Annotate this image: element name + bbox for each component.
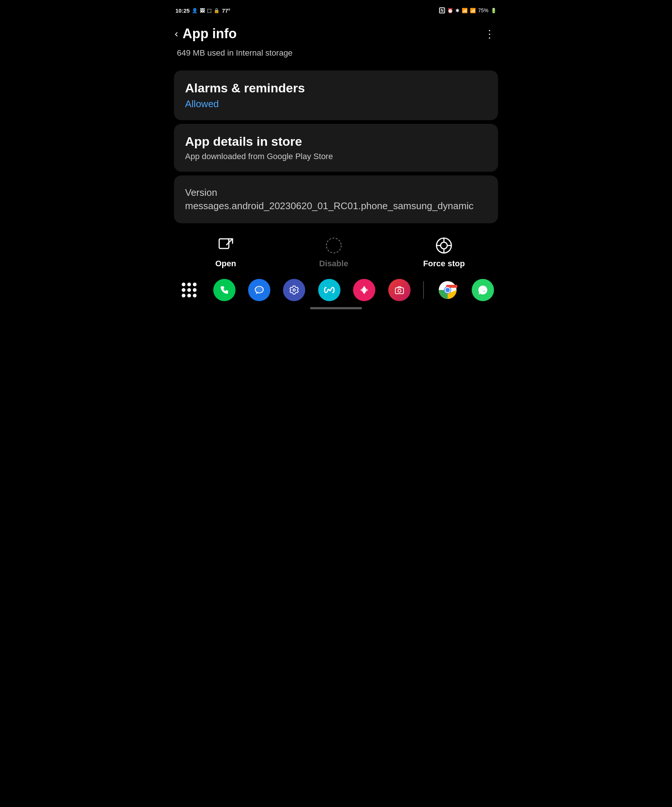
alarms-reminders-status: Allowed [185,98,487,110]
battery-icon: 🔋 [491,8,496,13]
force-stop-label: Force stop [423,259,465,269]
alarm-icon: ⏰ [447,8,453,13]
dock-app-petal[interactable] [353,279,375,301]
signal-icon: 📶 [470,8,476,13]
image-icon: 🖼 [200,8,205,13]
back-button[interactable]: ‹ [175,28,178,40]
dock-app-settings[interactable] [283,279,305,301]
open-action[interactable]: Open [207,236,244,269]
svg-point-11 [445,288,450,292]
force-stop-action[interactable]: Force stop [423,236,465,269]
svg-point-3 [441,242,447,249]
disable-action[interactable]: Disable [315,236,352,269]
open-label: Open [215,259,236,269]
app-details-title: App details in store [185,134,487,149]
dock-app-camera[interactable] [388,279,411,301]
person-icon: 👤 [192,8,197,13]
status-right: N ⏰ ✱ 📶 📶 75% 🔋 [439,7,496,13]
alarms-reminders-card[interactable]: Alarms & reminders Allowed [174,70,498,120]
dock-app-messages[interactable] [248,279,270,301]
more-options-button[interactable]: ⋮ [485,28,495,40]
nfc-icon: N [439,7,445,13]
dock-app-whatsapp[interactable] [472,279,494,301]
temperature-display: 77° [222,7,230,14]
screen-icon: ⬚ [207,8,211,13]
action-bar: Open Disable Force stop [168,228,504,274]
force-stop-icon [434,236,453,255]
grid-icon [182,282,197,297]
status-left: 10:25 👤 🖼 ⬚ 🔒 77° [176,7,230,14]
open-icon [216,236,236,255]
storage-text: 649 MB used in Internal storage [177,48,293,58]
dock-app-phone[interactable] [213,279,236,301]
svg-rect-6 [395,288,403,294]
battery-display: 75% [478,7,488,13]
svg-point-1 [326,238,341,253]
dock-app-voicemail[interactable] [318,279,340,301]
home-indicator [310,307,362,309]
storage-info: 649 MB used in Internal storage [168,45,504,67]
lock-icon: 🔒 [214,8,219,13]
version-text: Version messages.android_20230620_01_RC0… [185,186,487,213]
version-card: Version messages.android_20230620_01_RC0… [174,175,498,223]
svg-point-5 [293,289,295,291]
svg-point-7 [398,289,401,292]
app-details-card[interactable]: App details in store App downloaded from… [174,124,498,172]
bluetooth-icon: ✱ [455,8,460,13]
header: ‹ App info ⋮ [168,19,504,45]
wifi-icon: 📶 [462,8,468,13]
disable-icon [324,236,343,255]
header-left: ‹ App info [175,26,237,42]
status-bar: 10:25 👤 🖼 ⬚ 🔒 77° N ⏰ ✱ 📶 📶 75% 🔋 [168,0,504,19]
page-title: App info [183,26,237,42]
alarms-reminders-title: Alarms & reminders [185,81,487,95]
dock-app-chrome[interactable] [436,279,459,301]
app-details-subtitle: App downloaded from Google Play Store [185,152,487,161]
time-display: 10:25 [176,7,189,14]
dock-divider [423,281,424,299]
disable-label: Disable [319,259,348,269]
app-drawer-button[interactable] [178,279,200,301]
dock [168,274,504,304]
svg-point-4 [255,286,263,293]
